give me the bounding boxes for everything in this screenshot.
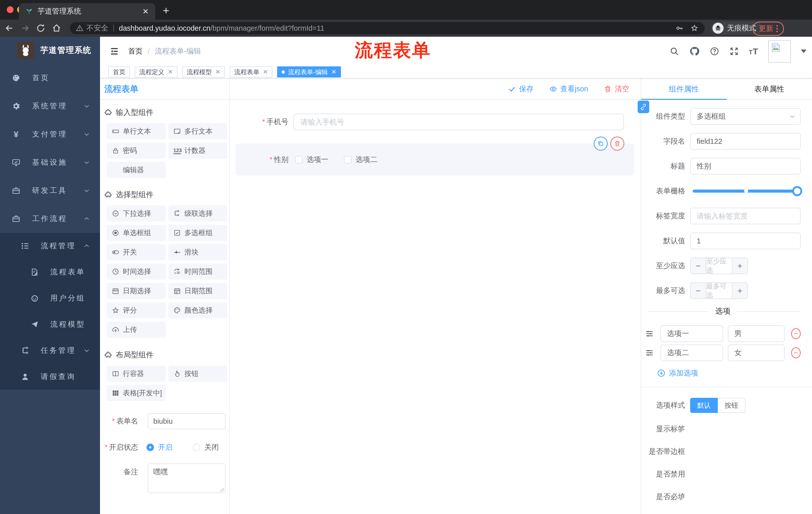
sidebar-item-system[interactable]: 系统管理: [0, 92, 100, 120]
chip-multi-line-text[interactable]: 多行文本: [168, 123, 227, 139]
add-option-button[interactable]: 添加选项: [657, 368, 801, 378]
sidebar-item-payment[interactable]: ¥ 支付管理: [0, 120, 100, 148]
gender-option1-checkbox[interactable]: [295, 156, 302, 163]
clear-button[interactable]: 清空: [604, 84, 629, 94]
form-remark-textarea[interactable]: 嘿嘿: [148, 463, 226, 493]
min-select-value[interactable]: 至少应选: [706, 258, 732, 274]
status-on-label[interactable]: 开启: [158, 442, 173, 452]
chip-single-line-text[interactable]: 单行文本: [107, 123, 166, 139]
tag-process-form-edit[interactable]: 流程表单-编辑✕: [277, 66, 341, 77]
tag-process-form[interactable]: 流程表单✕: [230, 66, 272, 77]
plus-button[interactable]: +: [732, 258, 748, 274]
status-off-label[interactable]: 关闭: [204, 442, 219, 452]
max-select-value[interactable]: 最多可选: [706, 283, 732, 298]
chip-upload[interactable]: 上传: [107, 322, 166, 338]
form-name-input[interactable]: [148, 413, 226, 429]
bookmark-star-icon[interactable]: [690, 24, 699, 32]
remove-option-button[interactable]: [791, 347, 801, 358]
tag-close-icon[interactable]: ✕: [331, 69, 337, 76]
canvas-field-phone[interactable]: *手机号: [230, 114, 641, 130]
sidebar-item-task-management[interactable]: 任务管理: [0, 337, 100, 363]
forward-icon[interactable]: [20, 23, 30, 33]
gender-option1-label[interactable]: 选项一: [307, 155, 328, 165]
tag-close-icon[interactable]: ✕: [168, 69, 173, 76]
chip-time-picker[interactable]: 时间选择: [107, 264, 166, 280]
sidebar-item-user-group[interactable]: 用户分组: [0, 285, 100, 311]
window-close-button[interactable]: [7, 6, 13, 13]
component-type-select[interactable]: [690, 108, 801, 125]
search-icon[interactable]: [670, 47, 679, 56]
breadcrumb-home[interactable]: 首页: [128, 46, 143, 56]
chip-color-picker[interactable]: 颜色选择: [168, 302, 227, 318]
delete-component-button[interactable]: [610, 137, 624, 151]
sidebar-logo[interactable]: 芋道管理系统: [0, 37, 100, 64]
chip-time-range[interactable]: 时间范围: [168, 264, 227, 280]
sidebar-item-infrastructure[interactable]: 基础设施: [0, 148, 100, 177]
option1-label-input[interactable]: [661, 325, 723, 342]
tab-component-properties[interactable]: 组件属性: [641, 78, 727, 99]
sidebar-item-dev-tools[interactable]: 研发工具: [0, 177, 100, 205]
back-icon[interactable]: [4, 23, 14, 33]
chip-date-range[interactable]: 日期范围: [168, 283, 227, 299]
field-name-input[interactable]: [690, 133, 801, 150]
minus-button[interactable]: −: [691, 283, 706, 298]
status-off-radio[interactable]: [193, 443, 200, 451]
chip-cascader[interactable]: 级联选择: [168, 206, 227, 221]
avatar[interactable]: [768, 40, 791, 63]
slider-handle[interactable]: [792, 186, 802, 196]
tab-form-properties[interactable]: 表单属性: [727, 78, 812, 99]
chip-table[interactable]: 表格[开发中]: [107, 385, 166, 401]
duplicate-component-button[interactable]: [594, 137, 608, 151]
github-icon[interactable]: [689, 46, 700, 57]
chip-row-container[interactable]: 行容器: [107, 366, 166, 382]
sidebar-item-home[interactable]: 首页: [0, 64, 100, 92]
title-input[interactable]: [690, 158, 801, 174]
chip-date-picker[interactable]: 日期选择: [107, 283, 166, 299]
chip-radio-group[interactable]: 单选框组: [107, 225, 166, 241]
form-grid-slider[interactable]: [690, 183, 801, 199]
chip-rate[interactable]: 评分: [107, 302, 166, 318]
sidebar-item-process-management[interactable]: 流程管理: [0, 233, 100, 259]
address-bar[interactable]: 不安全 dashboard.yudao.iocoder.cn/bpm/manag…: [70, 22, 705, 34]
gender-option2-label[interactable]: 选项二: [355, 155, 377, 165]
help-icon[interactable]: [710, 47, 719, 56]
home-icon[interactable]: [52, 23, 62, 33]
reload-icon[interactable]: [36, 23, 46, 33]
tag-close-icon[interactable]: ✕: [215, 69, 220, 76]
drag-handle-icon[interactable]: [645, 329, 654, 338]
minus-button[interactable]: −: [691, 258, 706, 274]
option2-value-input[interactable]: [728, 345, 785, 361]
gender-option2-checkbox[interactable]: [344, 156, 351, 163]
sidebar-item-process-form[interactable]: 流程表单: [0, 259, 100, 285]
drag-handle-icon[interactable]: [645, 349, 654, 357]
link-tag[interactable]: [638, 101, 649, 113]
sidebar-item-leave-query[interactable]: 请假查询: [0, 363, 100, 390]
font-size-icon[interactable]: TT: [749, 47, 758, 56]
style-default-button[interactable]: 默认: [690, 398, 718, 413]
fullscreen-icon[interactable]: [729, 47, 739, 56]
tag-close-icon[interactable]: ✕: [263, 69, 268, 76]
plus-button[interactable]: +: [732, 283, 748, 298]
default-value-input[interactable]: [690, 233, 801, 249]
status-on-radio[interactable]: [146, 443, 154, 451]
browser-update-button[interactable]: 更新: [753, 22, 784, 36]
sidebar-collapse-icon[interactable]: [109, 46, 120, 56]
remove-option-button[interactable]: [791, 328, 801, 339]
chip-counter[interactable]: 123计数器: [168, 142, 227, 159]
chip-switch[interactable]: 开关: [107, 244, 166, 260]
chip-editor[interactable]: 编辑器: [107, 162, 166, 178]
tag-process-model[interactable]: 流程模型✕: [182, 66, 225, 77]
chip-select[interactable]: 下拉选择: [107, 206, 166, 221]
tag-process-definition[interactable]: 流程定义✕: [135, 66, 177, 77]
phone-input[interactable]: [293, 114, 624, 130]
view-json-button[interactable]: 查看json: [549, 84, 588, 94]
tab-close-icon[interactable]: ✕: [142, 7, 149, 16]
chip-slider[interactable]: 滑块: [168, 244, 227, 260]
chip-password[interactable]: 密码: [107, 142, 166, 159]
save-button[interactable]: 保存: [508, 84, 533, 94]
option1-value-input[interactable]: [728, 325, 785, 342]
style-button-button[interactable]: 按钮: [718, 398, 746, 413]
browser-tab[interactable]: 芋道管理系统 ✕: [19, 3, 155, 20]
label-width-input[interactable]: [690, 208, 801, 224]
chip-checkbox-group[interactable]: 多选框组: [168, 225, 227, 241]
